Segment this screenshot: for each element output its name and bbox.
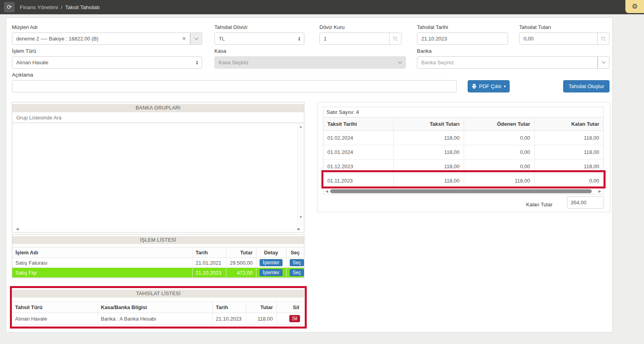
select-button[interactable]: Seç <box>290 259 304 266</box>
refresh-icon: ⟳ <box>7 4 12 10</box>
collection-list-panel: TAHSİLAT LİSTESİ Tahsil Türü Kasa/Banka … <box>10 286 307 329</box>
installment-amount: 118,00 <box>393 145 464 160</box>
detail-button[interactable]: İşlemler <box>260 259 283 266</box>
bank-placeholder: Banka Seçiniz <box>421 60 593 65</box>
scroll-right-icon[interactable]: ▶ <box>298 227 300 231</box>
chevron-down-icon <box>398 60 402 64</box>
scroll-up-icon[interactable]: ▲ <box>299 125 303 129</box>
table-row[interactable]: 01.02.2024 118,00 0,00 118,00 <box>323 131 603 145</box>
installment-date: 01.01.2024 <box>323 145 393 160</box>
horizontal-scrollbar[interactable]: ◀ ▶ <box>12 225 304 232</box>
bank-groups-list <box>12 123 297 225</box>
table-row[interactable]: 01.12.2023 118,00 0,00 118,00 <box>323 160 603 174</box>
table-row: Alınan Havale Banka : A Banka Hesabı 21.… <box>12 313 305 325</box>
collection-currency-label: Tahsilat Dövizi <box>214 24 247 30</box>
breadcrumb-separator: / <box>61 4 63 10</box>
collection-date-value: 21.10.2023 <box>421 36 504 42</box>
transaction-name: Satış Faturası <box>12 258 192 268</box>
select-button[interactable]: Seç <box>290 269 304 276</box>
collection-currency-value: TL <box>219 36 298 42</box>
chevron-down-icon <box>194 36 198 40</box>
remaining-amount: 118,00 <box>534 131 603 145</box>
vertical-scrollbar[interactable]: ▲ ▼ <box>297 123 304 225</box>
delete-button[interactable]: Sil <box>289 315 300 322</box>
description-input[interactable] <box>12 80 457 92</box>
remaining-amount-value: 354,00 <box>571 200 587 206</box>
currency-suffix: TL <box>597 33 609 44</box>
transaction-date: 21.01.2021 <box>192 258 226 268</box>
breadcrumb-section[interactable]: Finans Yönetimi <box>20 4 58 10</box>
scrollbar-thumb[interactable] <box>330 189 592 193</box>
transaction-table: İşlem Adı Tarih Tutar Detay Seç Satış Fa… <box>12 247 304 278</box>
column-header: Sil <box>276 302 305 313</box>
column-header: Kalan Tutar <box>534 117 603 131</box>
remaining-amount: 118,00 <box>534 145 603 160</box>
bank-dropdown-button[interactable] <box>598 56 610 69</box>
collection-type: Alınan Havale <box>12 313 97 325</box>
exchange-rate-value: 1 <box>324 36 386 42</box>
transaction-amount: 472,00 <box>226 268 256 278</box>
create-collection-button[interactable]: Tahsilat Oluştur <box>563 80 610 92</box>
table-row[interactable]: 01.01.2024 118,00 0,00 118,00 <box>323 145 603 160</box>
printer-icon <box>472 84 477 89</box>
scroll-left-icon[interactable]: ◀ <box>325 189 328 193</box>
collection-table: Tahsil Türü Kasa/Banka Bilgisi Tarih Tut… <box>12 302 305 325</box>
transaction-list-title: İŞLEM LİSTESİ <box>12 236 304 244</box>
customer-dropdown-button[interactable] <box>190 33 202 45</box>
settings-button[interactable]: ⚙ <box>625 0 644 13</box>
collection-account: Banka : A Banka Hesabı <box>97 313 212 325</box>
transaction-type-select[interactable]: Alınan Havale ▴▾ <box>12 56 202 69</box>
scroll-left-icon[interactable]: ◀ <box>16 227 19 231</box>
installment-amount: 118,00 <box>393 174 464 188</box>
collection-date-label: Tahsilat Tarihi <box>417 24 448 30</box>
paid-amount: 0,00 <box>464 160 534 174</box>
horizontal-scrollbar[interactable]: ◀ ▶ <box>323 188 603 194</box>
column-header: Taksit Tarihi <box>323 117 393 131</box>
table-row[interactable]: Satış Faturası 21.01.2021 29.500,00 İşle… <box>12 258 304 268</box>
bank-select[interactable]: Banka Seçiniz <box>417 56 598 69</box>
collection-date: 21.10.2023 <box>212 313 246 325</box>
remaining-total-label: Kalan Tutar <box>526 202 553 208</box>
installment-date: 01.11.2023 <box>323 174 393 188</box>
cash-register-select[interactable]: Kasa Seçiniz <box>214 56 406 69</box>
scroll-right-icon[interactable]: ▶ <box>598 189 601 193</box>
paid-amount: 0,00 <box>464 131 534 145</box>
collection-amount-input[interactable]: 0,00 TL <box>519 33 610 45</box>
exchange-rate-input[interactable]: 1 TL <box>319 33 401 45</box>
pdf-output-button[interactable]: PDF Çıktı ▾ <box>468 80 510 92</box>
scroll-down-icon[interactable]: ▼ <box>299 215 303 219</box>
clear-icon[interactable]: ✖ <box>182 36 186 41</box>
collection-currency-select[interactable]: TL ▴▾ <box>214 33 304 45</box>
column-header: Ödenen Tutar <box>464 117 534 131</box>
remaining-amount: 0,00 <box>534 174 603 188</box>
collection-amount-value: 0,00 <box>524 36 594 42</box>
column-header: İşlem Adı <box>12 248 192 258</box>
table-row-paid[interactable]: 01.11.2023 118,00 118,00 0,00 <box>323 174 603 188</box>
column-header: Tarih <box>212 302 246 313</box>
refresh-button[interactable]: ⟳ <box>4 2 15 12</box>
installments-table: Taksit Tarihi Taksit Tutarı Ödenen Tutar… <box>323 117 603 188</box>
select-spinner-icon: ▴▾ <box>298 37 300 41</box>
group-search-input[interactable] <box>12 112 304 123</box>
customer-select[interactable]: deneme 2 ---- Bakiye : 18822.00 (B) ✖ <box>12 33 190 45</box>
gear-icon: ⚙ <box>632 3 638 10</box>
collection-list-title: TAHSİLAT LİSTESİ <box>12 290 304 298</box>
breadcrumb-page: Taksit Tahsilatı <box>65 4 100 10</box>
remaining-amount-input[interactable]: 354,00 <box>567 196 604 209</box>
scrollbar-track[interactable] <box>329 189 597 193</box>
collection-amount: 118,00 <box>246 313 276 325</box>
collection-date-input[interactable]: 21.10.2023 <box>417 33 508 45</box>
column-header: Tutar <box>246 302 276 313</box>
column-header: Tutar <box>226 248 256 258</box>
detail-button[interactable]: İşlemler <box>260 269 283 276</box>
select-spinner-icon: ▴▾ <box>196 60 198 65</box>
installments-panel: Satır Sayısı: 4 Taksit Tarihi Taksit Tut… <box>317 102 610 212</box>
customer-name-label: Müşteri Adı <box>12 24 38 30</box>
column-header: Seç <box>286 248 304 258</box>
table-row-selected[interactable]: Satış Fişi 21.10.2023 472,00 İşlemler Se… <box>12 268 304 278</box>
collection-amount-label: Tahsilat Tutarı <box>519 24 551 30</box>
cash-register-placeholder: Kasa Seçiniz <box>219 60 399 65</box>
paid-amount: 0,00 <box>464 145 534 160</box>
transaction-type-value: Alınan Havale <box>16 60 196 65</box>
create-collection-label: Tahsilat Oluştur <box>569 83 604 89</box>
